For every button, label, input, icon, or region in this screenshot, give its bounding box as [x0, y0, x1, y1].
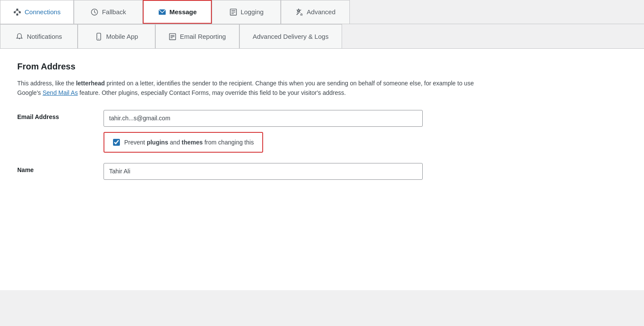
mobile-app-icon: [95, 32, 103, 41]
tab-advanced[interactable]: Advanced: [281, 0, 350, 24]
email-address-wrapper: Prevent plugins and themes from changing…: [104, 110, 423, 153]
svg-rect-3: [16, 14, 19, 16]
tab-email-reporting-label: Email Reporting: [180, 33, 226, 40]
prevent-override-checkbox-container[interactable]: Prevent plugins and themes from changing…: [104, 132, 263, 153]
themes-bold: themes: [182, 139, 203, 146]
plugins-bold: plugins: [147, 139, 168, 146]
email-address-input[interactable]: [104, 110, 423, 127]
description-text-1: This address, like the: [17, 80, 76, 87]
tab-mobile-app-label: Mobile App: [106, 33, 138, 40]
description-bold-letterhead: letterhead: [76, 80, 105, 87]
tab-advanced-delivery-logs-label: Advanced Delivery & Logs: [253, 33, 329, 40]
name-label: Name: [17, 163, 95, 173]
tab-connections-label: Connections: [25, 8, 60, 16]
secondary-tabs-row: Notifications Mobile App Email Repor: [0, 24, 644, 49]
connections-icon: [13, 8, 21, 16]
svg-line-5: [17, 11, 19, 12]
section-description: This address, like the letterhead printe…: [17, 78, 492, 98]
email-reporting-icon: [169, 32, 176, 41]
name-wrapper: [104, 163, 423, 180]
description-text-3: feature. Other plugins, especially Conta…: [78, 89, 346, 96]
notifications-icon: [16, 32, 23, 41]
tab-notifications-label: Notifications: [27, 33, 62, 40]
tab-message-label: Message: [170, 8, 197, 16]
svg-rect-0: [14, 11, 16, 13]
tab-connections[interactable]: Connections: [0, 0, 74, 24]
tab-advanced-delivery-logs[interactable]: Advanced Delivery & Logs: [239, 24, 342, 48]
tab-message[interactable]: Message: [143, 0, 212, 24]
tab-logging[interactable]: Logging: [212, 0, 281, 24]
tab-mobile-app[interactable]: Mobile App: [78, 24, 155, 48]
svg-rect-2: [19, 11, 21, 13]
tab-email-reporting[interactable]: Email Reporting: [155, 24, 239, 48]
tab-notifications[interactable]: Notifications: [0, 24, 78, 48]
tab-fallback[interactable]: Fallback: [74, 0, 143, 24]
section-title: From Address: [17, 62, 627, 72]
tab-logging-label: Logging: [241, 8, 264, 16]
tab-fallback-label: Fallback: [102, 8, 126, 16]
name-input[interactable]: [104, 163, 423, 180]
prevent-override-checkbox[interactable]: [113, 139, 120, 146]
primary-tabs-row: Connections Fallback Message: [0, 0, 644, 24]
logging-icon: [229, 8, 237, 16]
prevent-override-label: Prevent plugins and themes from changing…: [124, 139, 254, 146]
message-icon: [158, 8, 166, 16]
content-area: From Address This address, like the lett…: [0, 49, 644, 290]
svg-line-13: [297, 13, 299, 15]
fallback-icon: [91, 8, 98, 16]
email-address-label: Email Address: [17, 110, 95, 120]
advanced-icon: [295, 8, 303, 16]
name-row: Name: [17, 163, 627, 180]
page-wrapper: Connections Fallback Message: [0, 0, 644, 326]
svg-line-4: [15, 11, 17, 12]
tab-advanced-label: Advanced: [307, 8, 336, 16]
email-address-row: Email Address Prevent plugins and themes…: [17, 110, 627, 153]
send-mail-as-link[interactable]: Send Mail As: [43, 89, 78, 96]
svg-rect-1: [16, 9, 19, 11]
